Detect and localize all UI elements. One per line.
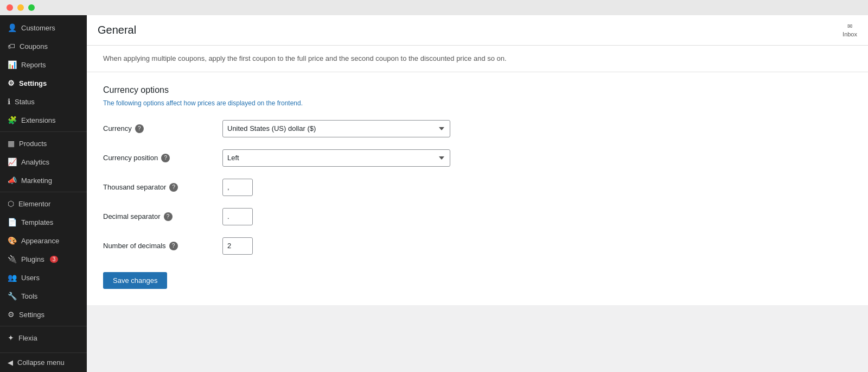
tools-icon: 🔧 xyxy=(8,292,17,300)
inbox-label: Inbox xyxy=(843,31,857,37)
decimal-separator-help-icon[interactable]: ? xyxy=(164,212,173,221)
templates-icon: 📄 xyxy=(8,218,17,226)
sidebar-item-status[interactable]: ℹ Status xyxy=(0,92,87,111)
thousand-separator-input[interactable] xyxy=(222,179,253,196)
sidebar-item-elementor[interactable]: ⬡ Elementor xyxy=(0,194,87,213)
plugins-icon: 🔌 xyxy=(8,255,17,263)
currency-help-icon[interactable]: ? xyxy=(135,124,144,133)
titlebar xyxy=(0,0,868,15)
plugins-badge: 3 xyxy=(50,256,59,263)
thousand-separator-row: Thousand separator ? xyxy=(103,179,852,196)
collapse-label: Collapse menu xyxy=(17,358,65,367)
currency-position-control: Left Right Left space Right space xyxy=(222,149,450,167)
currency-position-row: Currency position ? Left Right Left spac… xyxy=(103,149,852,167)
sidebar-item-coupons[interactable]: 🏷 Coupons xyxy=(0,37,87,55)
sidebar-item-settings[interactable]: ⚙ Settings xyxy=(0,74,87,92)
decimal-separator-row: Decimal separator ? xyxy=(103,208,852,225)
sidebar-label-flexia: Flexia xyxy=(18,334,37,342)
products-icon: ▦ xyxy=(8,139,15,148)
sidebar-label-appearance: Appearance xyxy=(21,237,59,245)
thousand-separator-label-text: Thousand separator xyxy=(103,183,166,191)
sidebar-item-users[interactable]: 👥 Users xyxy=(0,268,87,287)
currency-position-help-icon[interactable]: ? xyxy=(161,154,170,162)
sidebar-item-extensions[interactable]: 🧩 Extensions xyxy=(0,111,87,129)
decimal-separator-input[interactable] xyxy=(222,208,253,225)
customers-icon: 👤 xyxy=(8,23,17,32)
sidebar-label-tools: Tools xyxy=(21,292,37,300)
decimal-separator-label-text: Decimal separator xyxy=(103,212,161,220)
sidebar-label-customers: Customers xyxy=(21,24,55,32)
sidebar-label-status: Status xyxy=(15,98,35,106)
number-of-decimals-label-text: Number of decimals xyxy=(103,242,166,250)
sidebar-item-reports[interactable]: 📊 Reports xyxy=(0,55,87,74)
currency-select[interactable]: United States (US) dollar ($) Euro (€) B… xyxy=(222,120,450,137)
inbox-button[interactable]: ✉ Inbox xyxy=(843,23,857,37)
decimal-separator-control xyxy=(222,208,253,225)
coupon-notice-text: When applying multiple coupons, apply th… xyxy=(103,54,507,62)
sidebar-label-settings: Settings xyxy=(19,79,47,87)
section-subtitle: The following options affect how prices … xyxy=(103,99,852,107)
currency-label-text: Currency xyxy=(103,124,132,133)
sidebar-label-elementor: Elementor xyxy=(18,200,50,208)
sidebar-item-appearance[interactable]: 🎨 Appearance xyxy=(0,231,87,250)
thousand-separator-label: Thousand separator ? xyxy=(103,183,222,192)
sidebar-item-tools[interactable]: 🔧 Tools xyxy=(0,287,87,305)
settings-icon: ⚙ xyxy=(8,79,15,87)
sidebar-item-settings2[interactable]: ⚙ Settings xyxy=(0,305,87,324)
number-of-decimals-input[interactable] xyxy=(222,237,253,255)
sidebar-divider-2 xyxy=(0,192,87,192)
coupon-notice: When applying multiple coupons, apply th… xyxy=(87,46,868,72)
currency-position-label-text: Currency position xyxy=(103,154,158,162)
sidebar-item-analytics[interactable]: 📈 Analytics xyxy=(0,153,87,171)
extensions-icon: 🧩 xyxy=(8,116,17,124)
currency-control: United States (US) dollar ($) Euro (€) B… xyxy=(222,120,450,137)
sidebar-item-customers[interactable]: 👤 Customers xyxy=(0,18,87,37)
sidebar-label-marketing: Marketing xyxy=(21,176,52,185)
sidebar-divider-1 xyxy=(0,131,87,132)
currency-position-select[interactable]: Left Right Left space Right space xyxy=(222,149,450,167)
sidebar-item-marketing[interactable]: 📣 Marketing xyxy=(0,171,87,190)
sidebar: 👤 Customers 🏷 Coupons 📊 Reports ⚙ Settin… xyxy=(0,15,87,372)
sidebar-label-extensions: Extensions xyxy=(21,116,56,124)
sidebar-label-users: Users xyxy=(21,274,40,282)
flexia-icon: ✦ xyxy=(8,333,14,342)
sidebar-label-reports: Reports xyxy=(21,61,46,69)
section-title: Currency options xyxy=(103,85,852,95)
currency-options-section: Currency options The following options a… xyxy=(87,72,868,305)
elementor-icon: ⬡ xyxy=(8,199,14,208)
sidebar-item-products[interactable]: ▦ Products xyxy=(0,134,87,153)
sidebar-label-products: Products xyxy=(19,140,47,148)
sidebar-item-flexia[interactable]: ✦ Flexia xyxy=(0,329,87,347)
page-title: General xyxy=(98,24,136,36)
number-of-decimals-help-icon[interactable]: ? xyxy=(169,242,178,250)
number-of-decimals-row: Number of decimals ? xyxy=(103,237,852,255)
content-area: When applying multiple coupons, apply th… xyxy=(87,46,868,372)
marketing-icon: 📣 xyxy=(8,176,17,185)
sidebar-item-plugins[interactable]: 🔌 Plugins 3 xyxy=(0,250,87,268)
currency-label: Currency ? xyxy=(103,124,222,133)
save-changes-button[interactable]: Save changes xyxy=(103,272,167,289)
sidebar-label-analytics: Analytics xyxy=(21,158,49,166)
sidebar-label-settings2: Settings xyxy=(19,311,44,319)
currency-position-label: Currency position ? xyxy=(103,154,222,162)
sidebar-label-templates: Templates xyxy=(21,218,53,226)
inbox-icon: ✉ xyxy=(847,23,852,30)
collapse-menu-button[interactable]: ◀ Collapse menu xyxy=(0,352,87,372)
minimize-dot[interactable] xyxy=(17,4,24,11)
sidebar-item-templates[interactable]: 📄 Templates xyxy=(0,213,87,231)
thousand-separator-control xyxy=(222,179,253,196)
thousand-separator-help-icon[interactable]: ? xyxy=(169,183,178,192)
currency-row: Currency ? United States (US) dollar ($)… xyxy=(103,120,852,137)
reports-icon: 📊 xyxy=(8,60,17,69)
maximize-dot[interactable] xyxy=(28,4,35,11)
sidebar-label-coupons: Coupons xyxy=(20,42,48,51)
number-of-decimals-label: Number of decimals ? xyxy=(103,242,222,250)
appearance-icon: 🎨 xyxy=(8,236,17,245)
page-header: General ✉ Inbox xyxy=(87,15,868,46)
main-content: General ✉ Inbox When applying multiple c… xyxy=(87,15,868,372)
number-of-decimals-control xyxy=(222,237,253,255)
settings2-icon: ⚙ xyxy=(8,310,15,319)
coupons-icon: 🏷 xyxy=(8,42,15,51)
close-dot[interactable] xyxy=(7,4,13,11)
status-icon: ℹ xyxy=(8,97,10,106)
